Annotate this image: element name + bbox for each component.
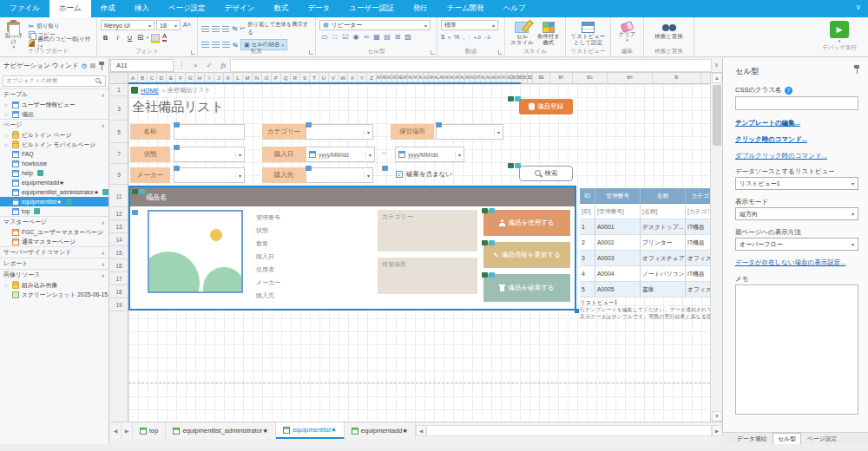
expander-icon[interactable]: ▷ xyxy=(5,133,10,138)
breadcrumb-home-link[interactable]: HOME xyxy=(141,88,159,94)
column-header-BF[interactable]: BF xyxy=(550,73,573,83)
use-equipment-button[interactable]: 備品を使用する xyxy=(483,210,570,236)
set-as-listview-button[interactable]: リストビューとして設定 xyxy=(571,19,606,50)
menu-tab-4[interactable]: ページ設定 xyxy=(159,0,215,17)
nav-item-fgc-user-master-page[interactable]: FGC_ユーザーマスターページ xyxy=(0,227,108,237)
expander-icon[interactable]: ▷ xyxy=(5,283,10,288)
nav-section-master-pages[interactable]: マスターページ∧ xyxy=(0,216,108,227)
sheet-tab-prev-icon[interactable]: ◀ xyxy=(110,422,122,439)
wrap-text-icon[interactable]: ↩ xyxy=(240,25,245,32)
indent-icon[interactable]: ↹ xyxy=(232,25,237,32)
comma-format-icon[interactable]: , xyxy=(463,33,464,41)
column-header-BG[interactable]: BG xyxy=(573,73,608,83)
paste-button[interactable]: 貼り付け▾ xyxy=(3,19,25,50)
maker-select[interactable]: ▾ xyxy=(174,167,245,183)
confirm-entry-icon[interactable]: ✓ xyxy=(202,62,217,69)
debug-run-button[interactable]: ▶ xyxy=(830,21,849,38)
align-bottom-icon[interactable] xyxy=(222,26,230,32)
align-center-icon[interactable] xyxy=(212,42,220,48)
expander-icon[interactable]: ▷ xyxy=(5,112,10,117)
expander-icon[interactable]: ▷ xyxy=(5,142,10,147)
row-header-18[interactable]: 18 xyxy=(110,285,128,298)
nav-item-equipment-table[interactable]: ▷備品 xyxy=(0,109,108,119)
exclude-disposed-checkbox[interactable]: ✓ 破棄を含まない xyxy=(396,170,452,179)
alignment-dialog-launcher-icon[interactable] xyxy=(309,50,313,55)
column-header-BI[interactable]: BI xyxy=(653,73,701,83)
nav-item-screenshot-image[interactable]: スクリーンショット 2025-06-15 152045 xyxy=(0,290,108,299)
panel-pin-icon[interactable] xyxy=(853,65,860,74)
number-dialog-launcher-icon[interactable] xyxy=(498,50,503,55)
scroll-right-icon[interactable]: ▶ xyxy=(712,425,722,436)
clear-button[interactable]: クリア▾ xyxy=(619,20,636,51)
formula-bar-expand-icon[interactable]: ∨ xyxy=(714,62,722,69)
cell-type-select[interactable]: ▦ リピーター▾ xyxy=(319,20,431,30)
tab-page-settings[interactable]: ページ設定 xyxy=(803,434,841,444)
debug-run-dropdown-icon[interactable]: ▾ xyxy=(818,38,861,43)
nav-item-top[interactable]: top xyxy=(0,206,108,216)
cell-style-button[interactable]: セルスタイル xyxy=(510,19,534,50)
selection-handle[interactable] xyxy=(575,309,579,313)
increase-decimal-icon[interactable]: +.0 xyxy=(473,35,481,40)
help-icon[interactable]: ? xyxy=(785,87,792,95)
horizontal-scrollbar[interactable]: ◀ ▶ xyxy=(416,425,722,436)
row-header-3[interactable]: 3 xyxy=(110,98,128,121)
menu-tab-1[interactable]: ホーム xyxy=(49,0,91,17)
row-header-16[interactable]: 16 xyxy=(110,259,128,272)
memo-textarea[interactable] xyxy=(735,284,858,415)
scroll-down-icon[interactable]: ▼ xyxy=(712,411,722,422)
nav-section-image-resources[interactable]: 画像リソース∧ xyxy=(0,269,108,280)
sheet-tab-next-icon[interactable]: ▶ xyxy=(122,422,133,439)
menu-tab-8[interactable]: ユーザー認証 xyxy=(339,0,403,17)
percent-format-icon[interactable]: % xyxy=(454,33,460,41)
display-mode-select[interactable]: 縦方向▾ xyxy=(735,207,858,220)
nav-settings-gear-icon[interactable]: ⚙ xyxy=(81,62,87,70)
bold-button[interactable]: B xyxy=(101,33,110,42)
row-header-12[interactable]: 12 xyxy=(110,207,128,220)
find-replace-button[interactable]: 検索と置換 xyxy=(654,20,683,51)
card-header-bar[interactable]: 備品名 xyxy=(130,187,575,206)
register-equipment-button[interactable]: 備品登録 xyxy=(519,99,573,114)
nav-pin-icon[interactable] xyxy=(98,62,105,70)
status-select[interactable]: ▾ xyxy=(174,147,245,162)
format-painter-button[interactable]: 書式のコピー/貼り付け xyxy=(29,39,95,48)
menu-tab-5[interactable]: デザイン xyxy=(215,0,265,17)
fill-color-icon[interactable] xyxy=(151,34,160,42)
row-headers[interactable]: 13579111213141516171819 xyxy=(110,84,128,422)
name-box-splitter-icon[interactable]: ⋮ xyxy=(174,62,189,69)
nav-item-builtin-pages[interactable]: ▷ビルトイン ページ xyxy=(0,130,108,140)
tab-cell-type[interactable]: セル型 xyxy=(773,433,801,444)
row-header-9[interactable]: 9 xyxy=(110,166,128,185)
radio-cell-icon[interactable]: ◉ xyxy=(351,32,361,42)
sheet-tab-equipmentadd[interactable]: equipmentadd★ xyxy=(345,422,416,439)
font-color-icon[interactable]: A xyxy=(162,33,167,42)
date-cell-icon[interactable]: ▦ xyxy=(372,32,382,42)
edit-template-link[interactable]: テンプレートの編集... xyxy=(735,119,800,127)
column-header-BH[interactable]: BH xyxy=(608,73,653,83)
nav-section-pages[interactable]: ページ∧ xyxy=(0,119,108,130)
nav-item-equipmentlist-selected[interactable]: equipmentlist★ xyxy=(0,197,108,206)
align-top-icon[interactable] xyxy=(201,26,209,32)
grow-font-icon[interactable]: A˄ xyxy=(182,20,192,29)
listview-cell-icon[interactable]: ⊞ xyxy=(392,32,403,42)
name-input[interactable] xyxy=(174,124,245,140)
nav-collapse-icon[interactable]: ▤ xyxy=(89,62,95,69)
image-cell-icon[interactable]: ▨ xyxy=(403,32,413,42)
menu-tab-0[interactable]: ファイル xyxy=(0,0,49,17)
font-size-select[interactable]: 18▾ xyxy=(156,20,181,30)
align-left-icon[interactable] xyxy=(201,42,209,48)
no-data-display-link[interactable]: データが存在しない場合の表示設定... xyxy=(735,258,845,267)
row-header-11[interactable]: 11 xyxy=(110,186,128,207)
parent-display-select[interactable]: オーバーフロー▾ xyxy=(735,238,858,251)
font-dialog-launcher-icon[interactable] xyxy=(191,50,195,55)
vertical-scrollbar[interactable]: ▲ ▼ xyxy=(710,73,722,422)
menu-tab-9[interactable]: 発行 xyxy=(404,0,437,17)
nav-item-normal-master-page[interactable]: 通常マスターページ xyxy=(0,237,108,246)
scrollbar-track[interactable] xyxy=(426,425,712,436)
scroll-left-icon[interactable]: ◀ xyxy=(416,425,426,436)
row-header-5[interactable]: 5 xyxy=(110,122,128,143)
location-select[interactable]: ▾ xyxy=(436,124,503,140)
cut-button[interactable]: ✂切り取り xyxy=(29,22,95,30)
purchase-date-from-input[interactable]: yyyy/MM/dd▾ xyxy=(306,147,375,162)
sheet-tab-equipmentlist[interactable]: equipmentlist★ xyxy=(276,422,345,439)
css-class-input[interactable] xyxy=(735,96,858,110)
